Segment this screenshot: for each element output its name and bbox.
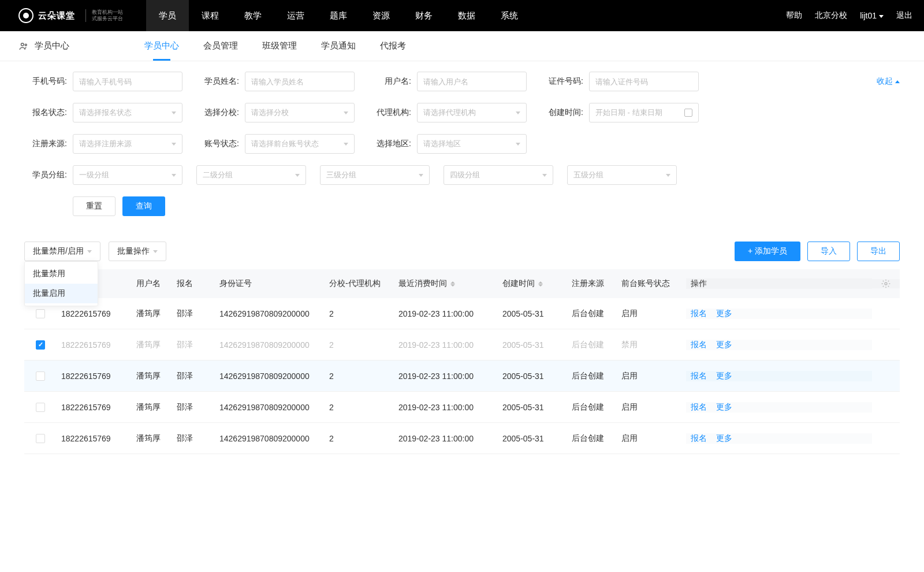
filter-accstatus-select[interactable]: 请选择前台账号状态 <box>245 134 355 154</box>
mainnav-item[interactable]: 财务 <box>403 0 445 31</box>
filter-group1-select[interactable]: 一级分组 <box>73 165 182 185</box>
filter-regsource-select[interactable]: 请选择注册来源 <box>73 134 182 154</box>
cell-reg: 邵泽 <box>172 340 215 350</box>
signup-link[interactable]: 报名 <box>691 402 707 413</box>
filter-name-input[interactable] <box>245 72 355 91</box>
dropdown-option[interactable]: 批量启用 <box>25 284 98 303</box>
batch-ops-dropdown[interactable]: 批量操作 <box>109 242 166 261</box>
cell-school: 2 <box>325 309 394 318</box>
user-menu[interactable]: lijt01 <box>860 11 884 20</box>
mainnav-item[interactable]: 教学 <box>232 0 274 31</box>
mainnav-item[interactable]: 系统 <box>488 0 531 31</box>
chevron-down-icon <box>516 112 520 114</box>
cell-idno: 14262919870809200000 <box>215 372 325 381</box>
brand-subtitle: 教育机构一站 式服务云平台 <box>85 9 123 22</box>
collapse-filters-link[interactable]: 收起 <box>877 76 900 87</box>
mainnav-item[interactable]: 数据 <box>445 0 488 31</box>
subnav-tab[interactable]: 班级管理 <box>262 31 297 61</box>
row-checkbox[interactable] <box>36 309 45 318</box>
filter-createtime-picker[interactable]: 开始日期 - 结束日期 <box>589 103 699 122</box>
subnav-tab[interactable]: 代报考 <box>380 31 406 61</box>
cell-create: 2005-05-31 <box>498 403 567 412</box>
filter-group4-select[interactable]: 四级分组 <box>444 165 553 185</box>
col-source-header[interactable]: 注册来源 <box>567 278 617 289</box>
table-toolbar: 批量禁用/启用 批量操作 批量禁用批量启用 + 添加学员 导入 导出 <box>0 228 924 269</box>
mainnav-item[interactable]: 学员 <box>146 0 189 31</box>
svg-point-1 <box>25 44 27 46</box>
row-checkbox[interactable] <box>36 403 45 412</box>
filter-group2-select[interactable]: 二级分组 <box>196 165 306 185</box>
subnav-tab[interactable]: 学员通知 <box>321 31 356 61</box>
cell-username: 潘筠厚 <box>132 371 172 381</box>
chevron-down-icon <box>516 143 520 146</box>
logout-link[interactable]: 退出 <box>896 10 912 21</box>
search-button[interactable]: 查询 <box>122 196 165 216</box>
cell-reg: 邵泽 <box>172 433 215 444</box>
filter-phone-input[interactable] <box>73 72 182 91</box>
col-username-header[interactable]: 用户名 <box>132 278 172 289</box>
filter-regstatus-select[interactable]: 请选择报名状态 <box>73 103 182 122</box>
cell-source: 后台创建 <box>567 402 617 413</box>
row-checkbox[interactable] <box>36 434 45 443</box>
table-settings[interactable] <box>872 279 900 288</box>
filter-panel: 手机号码: 学员姓名: 用户名: 证件号码: 收起 报名状态:请选择报名状态 选… <box>0 61 924 216</box>
add-student-button[interactable]: + 添加学员 <box>735 242 800 261</box>
more-link[interactable]: 更多 <box>716 340 732 350</box>
batch-toggle-dropdown[interactable]: 批量禁用/启用 <box>24 242 100 261</box>
more-link[interactable]: 更多 <box>716 433 732 444</box>
mainnav-item[interactable]: 资源 <box>360 0 403 31</box>
mainnav-item[interactable]: 运营 <box>274 0 317 31</box>
filter-region-select[interactable]: 请选择地区 <box>417 134 527 154</box>
help-link[interactable]: 帮助 <box>786 10 802 21</box>
col-reg-header[interactable]: 报名 <box>172 278 215 289</box>
filter-group-label: 学员分组: <box>24 170 67 180</box>
signup-link[interactable]: 报名 <box>691 371 707 381</box>
filter-username-input[interactable] <box>417 72 527 91</box>
sub-navigation: 学员中心 学员中心会员管理班级管理学员通知代报考 <box>0 31 924 61</box>
filter-username-label: 用户名: <box>368 76 411 87</box>
filter-idno-label: 证件号码: <box>541 76 583 87</box>
branch-link[interactable]: 北京分校 <box>815 10 847 21</box>
dropdown-option[interactable]: 批量禁用 <box>25 264 98 284</box>
import-button[interactable]: 导入 <box>807 242 850 261</box>
chevron-down-icon <box>542 174 547 177</box>
filter-accstatus-label: 账号状态: <box>196 139 239 149</box>
page-title: 学员中心 <box>35 40 69 51</box>
students-table: 用户名 报名 身份证号 分校-代理机构 最近消费时间 创建时间 注册来源 前台账… <box>24 269 900 454</box>
col-create-header[interactable]: 创建时间 <box>498 278 567 289</box>
signup-link[interactable]: 报名 <box>691 433 707 444</box>
export-button[interactable]: 导出 <box>857 242 900 261</box>
row-checkbox[interactable] <box>36 340 45 350</box>
filter-school-select[interactable]: 请选择分校 <box>245 103 355 122</box>
filter-idno-input[interactable] <box>589 72 699 91</box>
cell-actions: 报名更多 <box>686 433 872 444</box>
row-checkbox[interactable] <box>36 372 45 381</box>
chevron-down-icon <box>419 174 423 177</box>
reset-button[interactable]: 重置 <box>73 196 116 216</box>
svg-point-0 <box>21 43 24 46</box>
table-row: 18222615769潘筠厚邵泽142629198708092000002201… <box>24 329 900 361</box>
filter-agency-select[interactable]: 请选择代理机构 <box>417 103 527 122</box>
signup-link[interactable]: 报名 <box>691 340 707 350</box>
cell-status: 启用 <box>617 402 686 413</box>
mainnav-item[interactable]: 课程 <box>189 0 232 31</box>
filter-group5-select[interactable]: 五级分组 <box>567 165 677 185</box>
filter-group3-select[interactable]: 三级分组 <box>320 165 430 185</box>
col-school-header[interactable]: 分校-代理机构 <box>325 278 394 289</box>
cell-create: 2005-05-31 <box>498 372 567 381</box>
subnav-tab[interactable]: 学员中心 <box>144 31 179 61</box>
table-header: 用户名 报名 身份证号 分校-代理机构 最近消费时间 创建时间 注册来源 前台账… <box>24 269 900 298</box>
col-status-header[interactable]: 前台账号状态 <box>617 278 686 289</box>
subnav-tab[interactable]: 会员管理 <box>203 31 238 61</box>
more-link[interactable]: 更多 <box>716 371 732 381</box>
signup-link[interactable]: 报名 <box>691 309 707 319</box>
chevron-down-icon <box>344 112 348 114</box>
more-link[interactable]: 更多 <box>716 309 732 319</box>
mainnav-item[interactable]: 题库 <box>317 0 360 31</box>
more-link[interactable]: 更多 <box>716 402 732 413</box>
chevron-down-icon <box>344 143 348 146</box>
col-consume-header[interactable]: 最近消费时间 <box>394 278 498 289</box>
filter-name-label: 学员姓名: <box>196 76 239 87</box>
cell-consume: 2019-02-23 11:00:00 <box>394 434 498 443</box>
col-idno-header[interactable]: 身份证号 <box>215 278 325 289</box>
